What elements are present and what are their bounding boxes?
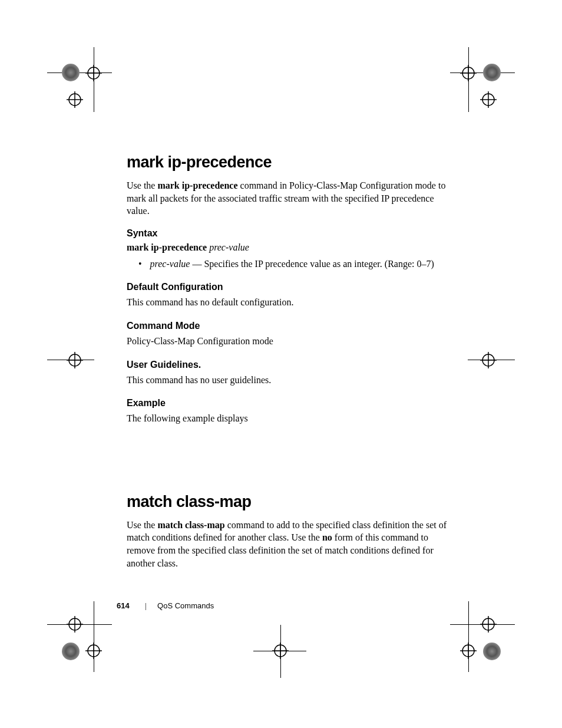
example-section: Example The following example displays [127, 398, 457, 425]
intro2-pre: Use the [127, 520, 157, 530]
corner-pattern-icon [62, 64, 80, 81]
syntax-bullet: • prec-value — Specifies the IP preceden… [138, 258, 457, 271]
heading-mark-ip-precedence: mark ip-precedence [127, 153, 457, 172]
page-footer: 614 | QoS Commands [117, 601, 214, 610]
registration-mark-icon [85, 643, 102, 659]
syntax-cmd-italic: prec-value [209, 242, 249, 252]
footer-title: QoS Commands [157, 601, 214, 610]
user-guidelines-heading: User Guidelines. [127, 360, 457, 370]
default-config-section: Default Configuration This command has n… [127, 282, 457, 309]
syntax-heading: Syntax [127, 228, 457, 239]
bullet-text: prec-value — Specifies the IP precedence… [150, 258, 434, 271]
registration-mark-icon [480, 352, 497, 368]
intro-paragraph-1: Use the mark ip-precedence command in Po… [127, 179, 457, 218]
intro-paragraph-2: Use the match class-map command to add t… [127, 519, 457, 569]
default-config-heading: Default Configuration [127, 282, 457, 292]
default-config-text: This command has no default configuratio… [127, 296, 457, 309]
registration-mark-icon [67, 616, 83, 633]
syntax-command-line: mark ip-precedence prec-value [127, 242, 457, 253]
corner-pattern-icon [483, 64, 501, 81]
page-number: 614 [117, 601, 130, 610]
intro-text-pre: Use the [127, 180, 157, 190]
page-content: mark ip-precedence Use the mark ip-prece… [127, 153, 457, 580]
bullet-icon: • [138, 258, 142, 271]
registration-mark-icon [480, 616, 497, 633]
registration-mark-icon [480, 91, 497, 108]
intro2-bold1: match class-map [157, 520, 224, 530]
syntax-section: Syntax mark ip-precedence prec-value • p… [127, 228, 457, 271]
example-heading: Example [127, 398, 457, 409]
crop-line [94, 601, 94, 672]
footer-separator: | [145, 601, 147, 610]
syntax-cmd-bold: mark ip-precedence [127, 242, 209, 252]
user-guidelines-text: This command has no user guidelines. [127, 374, 457, 387]
example-text: The following example displays [127, 412, 457, 425]
corner-pattern-icon [62, 643, 80, 660]
registration-mark-icon [67, 91, 83, 108]
registration-mark-icon [85, 65, 102, 81]
bullet-rest: — Specifies the IP precedence value as a… [190, 259, 434, 269]
command-mode-section: Command Mode Policy-Class-Map Configurat… [127, 321, 457, 348]
heading-match-class-map: match class-map [127, 493, 457, 511]
registration-mark-icon [460, 643, 477, 659]
command-mode-text: Policy-Class-Map Configuration mode [127, 335, 457, 348]
crop-line [468, 601, 469, 672]
registration-mark-icon [272, 643, 289, 659]
intro-bold-cmd: mark ip-precedence [157, 180, 237, 190]
bullet-italic: prec-value [150, 259, 190, 269]
section-match-class-map: match class-map Use the match class-map … [127, 493, 457, 569]
corner-pattern-icon [483, 643, 501, 660]
intro2-bold2: no [322, 532, 332, 542]
registration-mark-icon [460, 65, 477, 81]
registration-mark-icon [67, 352, 83, 368]
command-mode-heading: Command Mode [127, 321, 457, 331]
crop-line [47, 73, 112, 73]
user-guidelines-section: User Guidelines. This command has no use… [127, 360, 457, 387]
